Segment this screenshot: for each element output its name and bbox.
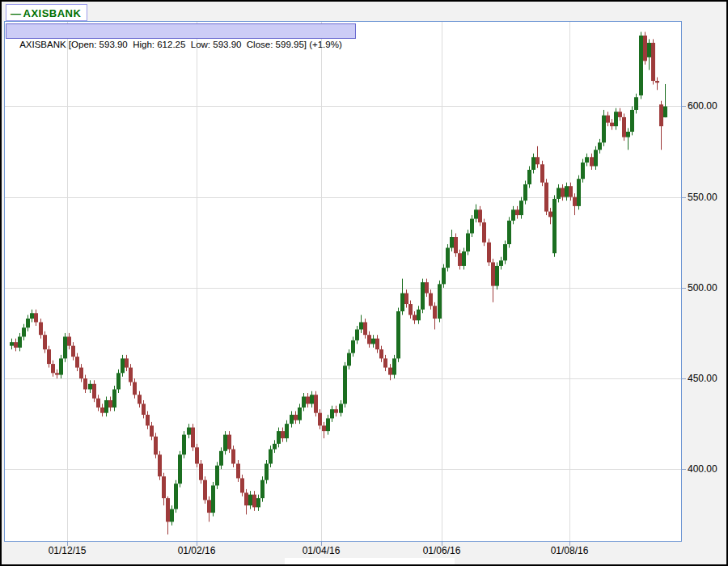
- ohlc-info-text: AXISBANK [Open: 593.90 High: 612.25 Low:…: [19, 40, 342, 49]
- y-axis-label: 450.00: [688, 373, 728, 384]
- y-axis-label: 550.00: [688, 192, 728, 203]
- y-axis-label: 500.00: [688, 282, 728, 294]
- x-axis-label: 01/08/16: [541, 545, 598, 556]
- y-axis-label: 400.00: [688, 463, 728, 475]
- x-axis-label: 01/02/16: [168, 545, 225, 556]
- y-axis-label: 600.00: [688, 100, 728, 112]
- x-axis-label: 01/12/15: [39, 545, 95, 556]
- x-axis-label: 01/06/16: [413, 545, 470, 556]
- chart-window: — AXISBANK AXISBANK [Open: 593.90 High: …: [0, 0, 728, 566]
- x-axis-label: 01/04/16: [293, 545, 349, 556]
- legend-line-sample-icon: —: [11, 7, 22, 19]
- chart-plot-area[interactable]: [4, 21, 682, 542]
- bottom-blank-strip: [285, 558, 455, 565]
- legend-symbol-label: AXISBANK: [23, 7, 82, 19]
- ohlc-info-bar: AXISBANK [Open: 593.90 High: 612.25 Low:…: [6, 23, 356, 39]
- legend-chip[interactable]: — AXISBANK: [6, 4, 87, 21]
